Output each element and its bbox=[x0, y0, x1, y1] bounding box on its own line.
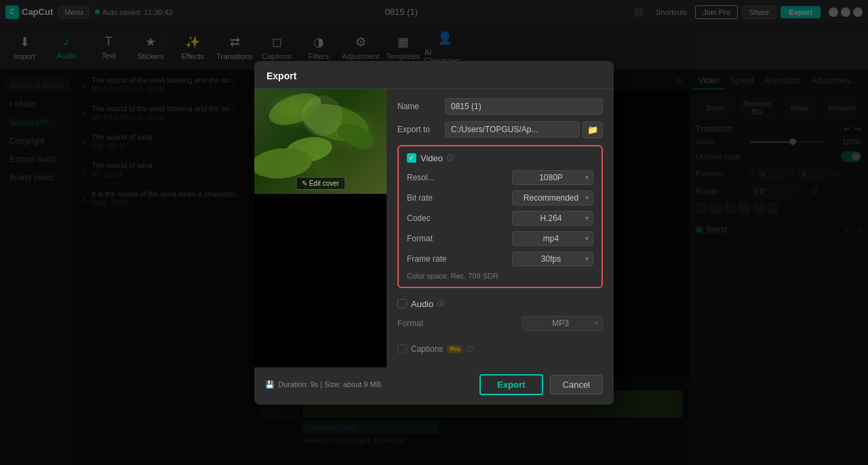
audio-format-select[interactable]: MP3 ▾ bbox=[521, 316, 603, 331]
bitrate-row: Bit rate Recommended ▾ bbox=[407, 190, 593, 205]
captions-row: Captions Pro ⓘ bbox=[397, 340, 603, 358]
pro-badge: Pro bbox=[447, 345, 462, 353]
name-label: Name bbox=[397, 102, 445, 111]
name-row: Name bbox=[397, 98, 603, 115]
audio-format-row: Format MP3 ▾ bbox=[397, 316, 603, 331]
video-section-label: Video bbox=[420, 153, 443, 163]
codec-value: H.264 bbox=[517, 214, 585, 223]
export-dialog-button[interactable]: Export bbox=[479, 374, 542, 395]
video-section: Video ⓘ Resol... 1080P ▾ Bit rate bbox=[397, 145, 603, 288]
audio-enabled-checkbox[interactable] bbox=[397, 299, 407, 308]
dialog-body: ✎ Edit cover Name Export to 📁 bbox=[254, 89, 614, 367]
video-section-header: Video ⓘ bbox=[407, 153, 593, 163]
framerate-label: Frame rate bbox=[407, 254, 512, 264]
framerate-row: Frame rate 30fps ▾ bbox=[407, 251, 593, 266]
export-to-row: Export to 📁 bbox=[397, 121, 603, 138]
resolution-value: 1080P bbox=[517, 173, 585, 182]
dialog-form: Name Export to 📁 Vide bbox=[387, 89, 614, 367]
browse-folder-button[interactable]: 📁 bbox=[583, 121, 603, 138]
audio-info-icon[interactable]: ⓘ bbox=[437, 299, 444, 308]
resolution-select[interactable]: 1080P ▾ bbox=[512, 170, 593, 185]
duration-size-text: Duration: 9s | Size: about 9 MB bbox=[278, 380, 381, 388]
resolution-chevron-icon: ▾ bbox=[585, 174, 589, 181]
resolution-row: Resol... 1080P ▾ bbox=[407, 170, 593, 185]
svg-point-5 bbox=[302, 96, 342, 136]
footer-info: 💾 Duration: 9s | Size: about 9 MB bbox=[265, 380, 473, 389]
audio-section: Audio ⓘ Format MP3 ▾ bbox=[397, 295, 603, 335]
format-row: Format mp4 ▾ bbox=[407, 231, 593, 246]
preview-image: ✎ Edit cover bbox=[254, 89, 387, 194]
name-input[interactable] bbox=[445, 98, 603, 115]
codec-select[interactable]: H.264 ▾ bbox=[512, 211, 593, 226]
audio-format-label: Format bbox=[397, 319, 521, 328]
modal-overlay: Export ✎ E bbox=[0, 0, 868, 465]
export-to-label: Export to bbox=[397, 125, 445, 134]
framerate-chevron-icon: ▾ bbox=[585, 255, 589, 262]
bitrate-chevron-icon: ▾ bbox=[585, 194, 589, 201]
export-path-row: 📁 bbox=[445, 121, 603, 138]
audio-format-value: MP3 bbox=[526, 319, 595, 328]
audio-format-chevron-icon: ▾ bbox=[595, 319, 598, 327]
format-select[interactable]: mp4 ▾ bbox=[512, 231, 593, 246]
framerate-value: 30fps bbox=[517, 254, 585, 264]
bitrate-value: Recommended bbox=[517, 193, 585, 203]
dialog-preview: ✎ Edit cover bbox=[254, 89, 387, 367]
bitrate-select[interactable]: Recommended ▾ bbox=[512, 190, 593, 205]
video-enabled-checkbox[interactable] bbox=[407, 153, 416, 163]
video-info-icon[interactable]: ⓘ bbox=[447, 153, 454, 163]
dialog-footer: 💾 Duration: 9s | Size: about 9 MB Export… bbox=[254, 367, 614, 405]
audio-section-header: Audio ⓘ bbox=[397, 299, 603, 309]
file-icon: 💾 bbox=[265, 380, 275, 389]
format-value: mp4 bbox=[517, 234, 585, 243]
edit-cover-button[interactable]: ✎ Edit cover bbox=[296, 177, 345, 190]
captions-label: Captions bbox=[411, 344, 443, 354]
codec-chevron-icon: ▾ bbox=[585, 214, 589, 222]
dialog-header: Export bbox=[254, 61, 614, 89]
export-dialog: Export ✎ E bbox=[254, 61, 614, 405]
format-label: Format bbox=[407, 234, 512, 243]
captions-info-icon[interactable]: ⓘ bbox=[467, 344, 473, 354]
format-chevron-icon: ▾ bbox=[585, 235, 589, 242]
export-path-input[interactable] bbox=[445, 121, 580, 138]
codec-label: Codec bbox=[407, 214, 512, 223]
framerate-select[interactable]: 30fps ▾ bbox=[512, 251, 593, 266]
codec-row: Codec H.264 ▾ bbox=[407, 211, 593, 226]
captions-checkbox[interactable] bbox=[397, 344, 407, 354]
bitrate-label: Bit rate bbox=[407, 193, 512, 203]
resolution-label: Resol... bbox=[407, 173, 512, 182]
audio-section-label: Audio bbox=[411, 299, 433, 309]
color-space-text: Color space: Rec. 709 SDR bbox=[407, 272, 593, 280]
cancel-dialog-button[interactable]: Cancel bbox=[550, 375, 603, 395]
